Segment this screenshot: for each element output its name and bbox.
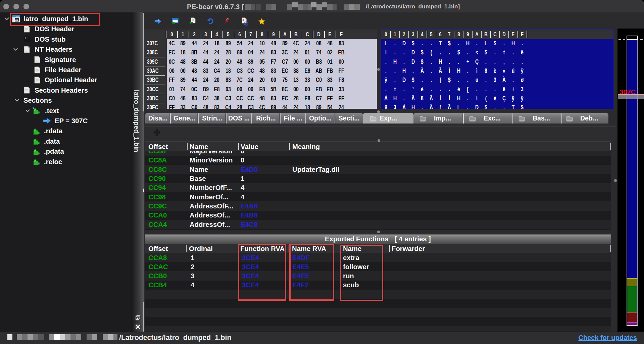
svg-text:C4: C4: [25, 37, 28, 39]
svg-text:dl: dl: [243, 19, 245, 21]
